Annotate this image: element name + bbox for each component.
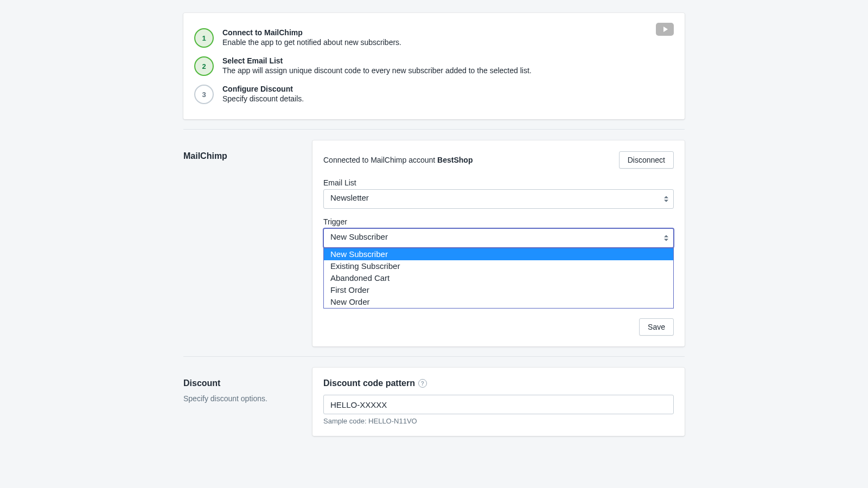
- trigger-option[interactable]: First Order: [324, 284, 673, 296]
- connected-account-name: BestShop: [437, 156, 473, 164]
- svg-marker-0: [663, 27, 668, 32]
- discount-section: Discount Specify discount options. Disco…: [183, 368, 685, 436]
- step-title: Configure Discount: [222, 85, 304, 93]
- trigger-option[interactable]: New Order: [324, 296, 673, 308]
- help-icon[interactable]: ?: [418, 379, 427, 388]
- step-number-badge: 1: [194, 28, 214, 48]
- email-list-label: Email List: [323, 178, 674, 187]
- step-desc: Enable the app to get notified about new…: [222, 38, 401, 47]
- step-title: Connect to MailChimp: [222, 28, 401, 37]
- connected-account-text: Connected to MailChimp account BestShop: [323, 151, 473, 169]
- section-title-mailchimp: MailChimp: [183, 151, 302, 161]
- onboarding-steps-card: 1 Connect to MailChimp Enable the app to…: [183, 13, 685, 119]
- trigger-option[interactable]: New Subscriber: [324, 248, 673, 260]
- trigger-value[interactable]: New Subscriber: [323, 228, 674, 248]
- discount-pattern-label: Discount code pattern: [323, 378, 415, 388]
- step-desc: Specify discount details.: [222, 94, 304, 103]
- step-desc: The app will assign unique discount code…: [222, 66, 532, 75]
- youtube-icon[interactable]: [656, 23, 674, 36]
- trigger-dropdown: New Subscriber Existing Subscriber Aband…: [323, 248, 674, 309]
- trigger-label: Trigger: [323, 217, 674, 226]
- discount-pattern-input[interactable]: [323, 395, 674, 414]
- disconnect-button[interactable]: Disconnect: [619, 151, 674, 169]
- connected-prefix: Connected to MailChimp account: [323, 156, 437, 164]
- section-divider: [183, 356, 685, 357]
- trigger-option[interactable]: Existing Subscriber: [324, 260, 673, 272]
- step-row-1: 1 Connect to MailChimp Enable the app to…: [194, 24, 674, 52]
- section-divider: [183, 129, 685, 130]
- mailchimp-section: MailChimp Connected to MailChimp account…: [183, 140, 685, 346]
- discount-sample-text: Sample code: HELLO-N11VO: [323, 417, 674, 425]
- save-button[interactable]: Save: [639, 318, 674, 336]
- email-list-value[interactable]: Newsletter: [323, 189, 674, 209]
- trigger-select[interactable]: New Subscriber New Subscriber Existing S…: [323, 228, 674, 248]
- discount-panel: Discount code pattern ? Sample code: HEL…: [312, 368, 685, 436]
- section-desc-discount: Specify discount options.: [183, 394, 302, 404]
- mailchimp-panel: Connected to MailChimp account BestShop …: [312, 140, 685, 346]
- step-number-badge: 3: [194, 85, 214, 104]
- step-row-2: 2 Select Email List The app will assign …: [194, 52, 674, 80]
- step-number-badge: 2: [194, 56, 214, 76]
- section-title-discount: Discount: [183, 378, 302, 388]
- email-list-select[interactable]: Newsletter: [323, 189, 674, 209]
- step-row-3: 3 Configure Discount Specify discount de…: [194, 80, 674, 108]
- step-title: Select Email List: [222, 56, 532, 65]
- trigger-option[interactable]: Abandoned Cart: [324, 272, 673, 284]
